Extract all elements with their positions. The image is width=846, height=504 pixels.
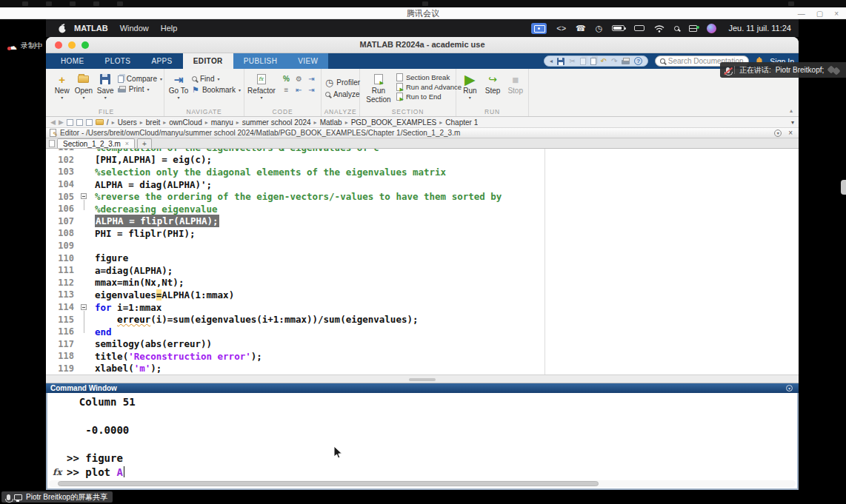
compare-button[interactable]: Compare ▾ [118, 75, 162, 83]
print-quick-icon[interactable] [622, 60, 630, 64]
indent-right-icon[interactable]: ⇥ [306, 85, 317, 95]
screen-share-badge: Piotr Breitkop的屏幕共享 [1, 491, 113, 503]
toolstrip-tab-apps[interactable]: APPS [141, 53, 182, 69]
menubar-clock[interactable]: Jeu. 11 juil. 11:24 [728, 24, 791, 33]
code-text: ALPHA = fliplr(ALPHA); [95, 215, 219, 226]
breadcrumb-segment[interactable]: / [107, 118, 109, 127]
find-button[interactable]: Find ▾ [192, 75, 241, 83]
toolstrip-tab-publish[interactable]: PUBLISH [233, 53, 288, 69]
keyboard-icon[interactable] [634, 25, 645, 31]
bookmark-button[interactable]: ⚑ Bookmark ▾ [192, 85, 241, 95]
new-tab-button[interactable]: + [137, 138, 152, 148]
code-brackets-icon[interactable]: <> [556, 24, 566, 33]
print-button[interactable]: Print ▾ [118, 85, 162, 93]
run-button[interactable]: ▶ Run ▾ [459, 71, 482, 100]
copy-icon[interactable] [580, 58, 586, 65]
minimize-button[interactable]: — [798, 10, 805, 18]
menu-help[interactable]: Help [161, 24, 178, 33]
document-list-icon[interactable] [49, 140, 55, 147]
fold-toggle-icon[interactable] [81, 193, 87, 199]
code-editor[interactable]: 101%computation of the eigenvectors & ei… [46, 149, 799, 374]
maximize-button[interactable]: ▢ [816, 10, 823, 18]
browse-icon[interactable] [86, 119, 93, 126]
panel-splitter[interactable] [46, 374, 799, 383]
step-button[interactable]: ↪ Step [482, 71, 504, 95]
breadcrumb-segment[interactable]: Chapter 1 [445, 118, 478, 127]
editor-close-icon[interactable]: × [788, 129, 793, 137]
save-button[interactable]: Save ▾ [95, 71, 116, 100]
breadcrumb-segment[interactable]: ownCloud [169, 118, 201, 127]
command-text: Column 51 [67, 396, 136, 408]
wifi-icon[interactable] [654, 24, 665, 33]
code-token [95, 314, 117, 325]
cut-icon[interactable]: ✂ [569, 58, 575, 65]
clock-icon[interactable]: ◷ [596, 24, 603, 33]
toolstrip-tab-plots[interactable]: PLOTS [95, 53, 141, 69]
undo-icon[interactable]: ↶ [601, 58, 607, 65]
fix-code-icon[interactable]: ⚙ [293, 74, 304, 84]
breadcrumb-segment[interactable]: Matlab [320, 118, 342, 127]
code-line: 103%selection only the diagonal elements… [46, 166, 799, 178]
scrollbar-thumb[interactable] [58, 481, 599, 486]
current-folder-icon[interactable] [96, 119, 104, 125]
spotlight-search-icon[interactable] [674, 26, 679, 31]
analyze-button[interactable]: Analyze [325, 90, 360, 98]
tab-section-1-2-3[interactable]: Section_1_2_3.m × [57, 138, 135, 148]
phone-icon[interactable]: ☎ [576, 24, 586, 33]
battery-icon[interactable] [612, 25, 624, 31]
breadcrumb-segment[interactable]: PGD_BOOK_EXAMPLES [351, 118, 437, 127]
command-window-header[interactable]: Command Window ▾ [46, 383, 799, 393]
breadcrumb-segment[interactable]: manyu [211, 118, 233, 127]
run-icon: ▶ [464, 73, 476, 86]
ribbon-collapse-icon[interactable]: ▴ [790, 107, 793, 114]
menu-window[interactable]: Window [120, 24, 149, 33]
run-and-advance-button[interactable]: ▶ Run and Advance [396, 83, 462, 91]
command-window-actions-icon[interactable]: ▾ [786, 385, 793, 392]
tab-close-icon[interactable]: × [125, 140, 129, 147]
toolstrip-tab-view[interactable]: VIEW [287, 53, 328, 69]
help-icon[interactable]: ? [634, 57, 642, 65]
breadcrumb-segment[interactable]: breit [146, 118, 160, 127]
toolstrip-tab-home[interactable]: HOME [50, 53, 95, 69]
smart-indent-icon[interactable]: ≡ [281, 85, 292, 95]
new-button[interactable]: + New ▾ [51, 71, 73, 100]
splitter-handle-icon[interactable] [409, 378, 436, 381]
toolstrip-tab-editor[interactable]: EDITOR [183, 53, 233, 69]
goto-button[interactable]: ⇥ Go To ▾ [167, 71, 190, 100]
sidebar-collapse-handle[interactable] [841, 180, 846, 195]
siri-icon[interactable] [707, 24, 716, 33]
comment-icon[interactable]: % [281, 74, 292, 84]
back-icon[interactable]: ◀ [50, 118, 56, 126]
run-to-end-button[interactable]: ▶ Run to End [396, 93, 462, 101]
run-section-button[interactable]: ▶ Run Section [362, 71, 395, 104]
new-folder-icon[interactable] [67, 119, 73, 126]
breadcrumb-segment[interactable]: Users [118, 118, 137, 127]
menu-matlab[interactable]: MATLAB [74, 24, 108, 33]
close-button[interactable]: × [834, 10, 839, 18]
toolstrip-tab-row: HOMEPLOTSAPPSEDITORPUBLISHVIEW ◂ ✂ ↶ ↷ ? [46, 53, 799, 69]
section-break-button[interactable]: Section Break [396, 73, 462, 81]
code-text: %decreasing eigenvalue [95, 204, 218, 215]
code-line: 111a=diag(ALPHA); [46, 264, 799, 277]
stop-button[interactable]: ■ Stop [504, 71, 527, 95]
breadcrumb-dropdown-icon[interactable]: ▾ [791, 119, 794, 126]
wrap-comments-icon[interactable]: ⇥ [306, 74, 317, 84]
redo-icon[interactable]: ↷ [611, 58, 617, 65]
quick-access-collapse-icon[interactable]: ◂ [550, 58, 553, 64]
forward-icon[interactable]: ▶ [59, 118, 64, 126]
up-one-level-icon[interactable] [76, 119, 83, 126]
editor-actions-icon[interactable]: ▾ [774, 130, 782, 137]
paste-icon[interactable] [590, 58, 596, 65]
indent-left-icon[interactable]: ⇤ [293, 85, 304, 95]
server-status-icon[interactable] [689, 25, 697, 32]
refactor-button[interactable]: fx Refactor ▾ [247, 71, 276, 100]
save-quick-icon[interactable] [557, 58, 564, 65]
horizontal-scrollbar[interactable] [49, 480, 796, 487]
open-button[interactable]: Open ▾ [73, 71, 94, 100]
profiler-button[interactable]: ◷ Profiler [325, 77, 360, 88]
command-window[interactable]: Column 51 -0.0000>> figurefx>> plot A [46, 393, 799, 490]
screen-share-icon[interactable] [531, 23, 547, 34]
breadcrumb-segment[interactable]: summer school 2024 [242, 118, 311, 127]
apple-icon[interactable] [58, 23, 67, 33]
fold-toggle-icon[interactable] [81, 304, 87, 310]
